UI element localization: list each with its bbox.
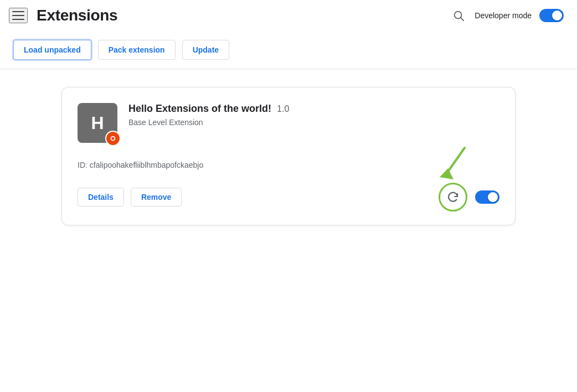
svg-marker-5 xyxy=(440,168,454,179)
camera-icon xyxy=(109,135,117,142)
reload-button[interactable] xyxy=(439,183,467,212)
extension-info: Hello Extensions of the world! 1.0 Base … xyxy=(128,103,499,127)
page-title: Extensions xyxy=(37,7,117,24)
extension-enable-toggle[interactable] xyxy=(475,190,499,204)
toggle-thumb xyxy=(552,11,562,20)
developer-mode-toggle[interactable] xyxy=(539,9,564,22)
remove-button[interactable]: Remove xyxy=(131,188,182,207)
toolbar: Load unpacked Pack extension Update xyxy=(0,31,577,69)
reload-icon xyxy=(446,190,460,204)
developer-mode-label: Developer mode xyxy=(475,11,532,20)
extension-version: 1.0 xyxy=(277,104,289,114)
details-button[interactable]: Details xyxy=(78,188,124,207)
extension-actions: Details Remove xyxy=(78,188,182,207)
extension-name: Hello Extensions of the world! xyxy=(128,103,271,115)
update-button[interactable]: Update xyxy=(182,40,229,60)
header-right: Developer mode xyxy=(450,7,564,24)
extension-name-row: Hello Extensions of the world! 1.0 xyxy=(128,103,499,115)
extension-card-right xyxy=(439,183,499,212)
extension-description: Base Level Extension xyxy=(128,118,499,127)
header: Extensions Developer mode xyxy=(0,0,577,31)
svg-line-1 xyxy=(461,18,463,20)
extension-badge xyxy=(105,131,121,146)
pack-extension-button[interactable]: Pack extension xyxy=(98,40,176,60)
search-button[interactable] xyxy=(450,7,467,24)
extension-card-top: H Hello Extensions of the world! 1.0 Bas… xyxy=(78,103,499,143)
main-content: H Hello Extensions of the world! 1.0 Bas… xyxy=(0,69,577,243)
header-left: Extensions xyxy=(9,7,117,24)
extension-icon-letter: H xyxy=(91,113,104,133)
extension-card: H Hello Extensions of the world! 1.0 Bas… xyxy=(61,87,516,225)
svg-point-3 xyxy=(111,137,114,140)
reload-button-wrapper xyxy=(439,183,467,212)
hamburger-menu-button[interactable] xyxy=(9,8,28,23)
extension-id: ID: cfalipoohakefliiblhmbapofckaebjo xyxy=(78,161,499,169)
extension-card-bottom: Details Remove xyxy=(78,183,499,212)
load-unpacked-button[interactable]: Load unpacked xyxy=(13,40,91,60)
ext-toggle-thumb xyxy=(488,192,498,202)
search-icon xyxy=(452,9,465,22)
extension-icon-wrapper: H xyxy=(78,103,117,143)
